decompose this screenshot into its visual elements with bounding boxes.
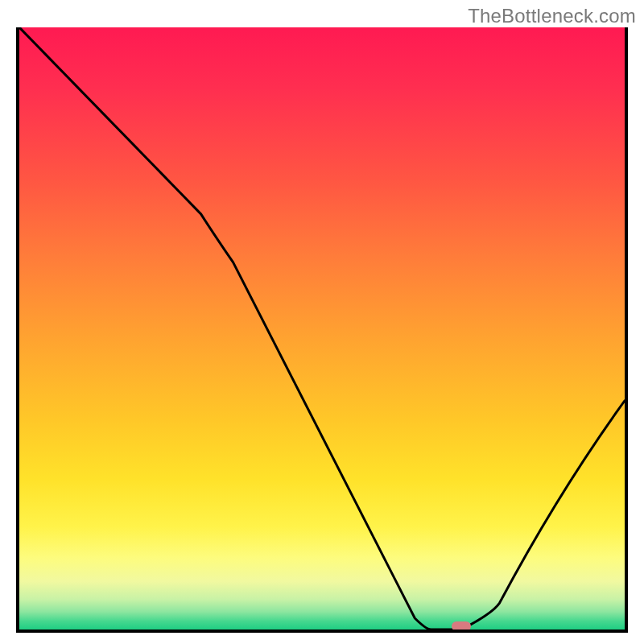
bottleneck-curve-path [19,27,625,630]
watermark-label: TheBottleneck.com [468,5,636,27]
plot-area [16,27,628,633]
curve-svg [19,27,625,630]
optimum-marker [452,621,471,631]
